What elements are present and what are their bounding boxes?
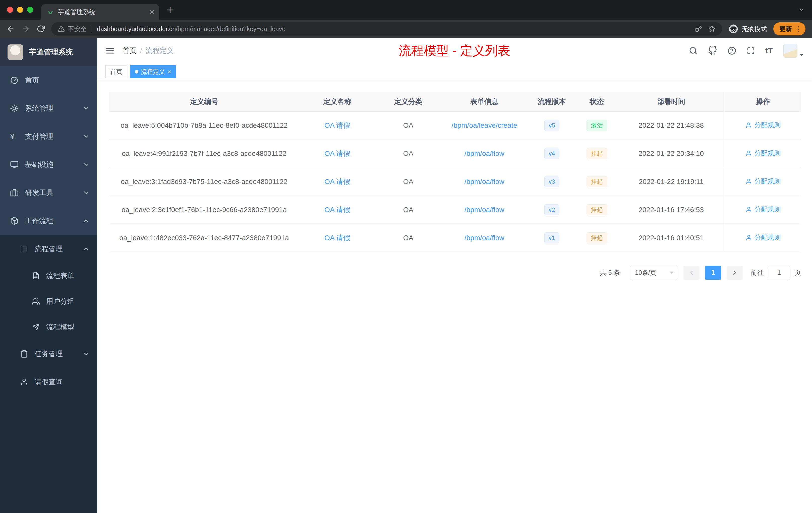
user-icon xyxy=(746,178,752,185)
window-minimize-button[interactable] xyxy=(17,7,23,13)
form-info-link[interactable]: /bpm/oa/flow xyxy=(464,206,504,214)
gear-icon xyxy=(10,104,19,113)
user-avatar[interactable] xyxy=(783,44,804,58)
current-page-button[interactable]: 1 xyxy=(705,266,721,280)
tag-close-icon[interactable]: × xyxy=(168,68,171,75)
definition-name-link[interactable]: OA 请假 xyxy=(324,234,350,242)
assign-rule-link[interactable]: 分配规则 xyxy=(746,233,781,242)
goto-page-group: 前往 页 xyxy=(751,266,801,280)
page-size-select[interactable]: 10条/页 xyxy=(630,266,678,280)
sidebar-item-system[interactable]: 系统管理 xyxy=(0,94,97,122)
sidebar-item-label: 基础设施 xyxy=(25,160,53,170)
sidebar-item-process-management[interactable]: 流程管理 xyxy=(0,235,97,263)
chevron-down-icon xyxy=(83,351,89,357)
clipboard-icon xyxy=(20,350,28,358)
column-header-actions: 操作 xyxy=(725,92,801,112)
sidebar-item-leave-query[interactable]: 请假查询 xyxy=(0,368,97,396)
column-header-status: 状态 xyxy=(576,92,617,112)
sidebar-item-label: 系统管理 xyxy=(25,104,53,113)
browser-tab[interactable]: 芋道管理系统 × xyxy=(41,4,159,20)
definition-name-link[interactable]: OA 请假 xyxy=(324,121,350,129)
definition-name-link[interactable]: OA 请假 xyxy=(324,206,350,214)
sidebar-item-process-models[interactable]: 流程模型 xyxy=(0,314,97,340)
tag-process-definition[interactable]: 流程定义 × xyxy=(130,65,176,78)
chevron-up-icon xyxy=(83,246,89,252)
security-label[interactable]: 不安全 xyxy=(68,25,87,33)
forward-button-icon[interactable] xyxy=(22,25,30,33)
sidebar-item-payment[interactable]: ¥ 支付管理 xyxy=(0,122,97,151)
definition-name-link[interactable]: OA 请假 xyxy=(324,178,350,185)
address-bar[interactable]: 不安全 dashboard.yudao.iocoder.cn /bpm/mana… xyxy=(51,22,722,36)
form-info-link[interactable]: /bpm/oa/flow xyxy=(464,234,504,242)
select-caret-icon xyxy=(670,272,674,274)
column-header-category: 定义分类 xyxy=(375,92,441,112)
security-warning-icon xyxy=(58,25,65,32)
assign-rule-link[interactable]: 分配规则 xyxy=(746,177,781,186)
window-controls xyxy=(7,7,33,13)
url-divider xyxy=(92,25,92,33)
form-info-link[interactable]: /bpm/oa/leave/create xyxy=(452,121,517,129)
table-header-row: 定义编号 定义名称 定义分类 表单信息 流程版本 状态 部署时间 操作 xyxy=(109,92,801,112)
status-badge: 挂起 xyxy=(586,204,607,216)
sidebar-item-label: 研发工具 xyxy=(25,188,53,198)
help-icon[interactable] xyxy=(728,47,736,55)
browser-menu-icon[interactable]: ⋮ xyxy=(794,25,802,33)
assign-rule-link[interactable]: 分配规则 xyxy=(746,205,781,214)
goto-label: 前往 xyxy=(751,268,764,277)
form-info-link[interactable]: /bpm/oa/flow xyxy=(464,150,504,157)
github-icon[interactable] xyxy=(708,46,717,55)
avatar-image xyxy=(783,44,798,58)
status-badge: 挂起 xyxy=(586,148,607,159)
search-icon[interactable] xyxy=(689,47,697,55)
bookmark-star-icon[interactable] xyxy=(708,25,716,33)
app-window: 芋道管理系统 首页 系统管理 ¥ 支付管理 xyxy=(0,38,812,513)
window-close-button[interactable] xyxy=(7,7,13,13)
version-badge: v3 xyxy=(544,176,559,187)
sidebar-item-process-forms[interactable]: 流程表单 xyxy=(0,263,97,289)
form-info-link[interactable]: /bpm/oa/flow xyxy=(464,178,504,185)
url-path: /bpm/manager/definition?key=oa_leave xyxy=(176,25,286,33)
next-page-button[interactable] xyxy=(727,266,743,280)
chevron-down-icon xyxy=(83,161,89,168)
back-button-icon[interactable] xyxy=(6,25,15,33)
definition-id: oa_leave:3:1fad3d93-7b75-11ec-a3c8-acde4… xyxy=(109,168,299,196)
deploy-time: 2022-01-16 01:40:51 xyxy=(618,224,725,252)
sidebar-logo[interactable]: 芋道管理系统 xyxy=(0,38,97,66)
user-icon xyxy=(746,122,752,128)
tab-search-chevron-icon[interactable] xyxy=(798,6,805,13)
column-header-version: 流程版本 xyxy=(527,92,576,112)
sidebar-item-task-management[interactable]: 任务管理 xyxy=(0,340,97,368)
dashboard-icon xyxy=(10,76,19,85)
prev-page-button[interactable] xyxy=(684,266,699,280)
assign-rule-link[interactable]: 分配规则 xyxy=(746,121,781,129)
sidebar-item-infrastructure[interactable]: 基础设施 xyxy=(0,151,97,179)
tag-active-dot xyxy=(135,70,138,73)
font-size-icon[interactable]: tT xyxy=(765,47,773,55)
status-badge: 挂起 xyxy=(586,233,607,244)
window-zoom-button[interactable] xyxy=(27,7,33,13)
definition-name-link[interactable]: OA 请假 xyxy=(324,150,350,157)
password-key-icon[interactable] xyxy=(695,25,702,33)
definition-table: 定义编号 定义名称 定义分类 表单信息 流程版本 状态 部署时间 操作 oa_l xyxy=(109,92,801,252)
browser-update-button[interactable]: 更新 ⋮ xyxy=(773,22,806,35)
sidebar-item-label: 流程管理 xyxy=(35,244,63,254)
reload-button-icon[interactable] xyxy=(37,25,45,33)
goto-page-input[interactable] xyxy=(768,266,790,280)
sidebar-toggle-icon[interactable] xyxy=(106,46,115,56)
sidebar-item-devtools[interactable]: 研发工具 xyxy=(0,179,97,207)
sidebar-item-workflow[interactable]: 工作流程 xyxy=(0,207,97,235)
sidebar-item-home[interactable]: 首页 xyxy=(0,66,97,94)
new-tab-button[interactable]: + xyxy=(167,4,174,16)
assign-rule-link[interactable]: 分配规则 xyxy=(746,149,781,158)
yen-icon: ¥ xyxy=(10,132,19,141)
fullscreen-icon[interactable] xyxy=(747,47,755,55)
breadcrumb-home[interactable]: 首页 xyxy=(122,46,137,56)
user-icon xyxy=(746,234,752,241)
briefcase-icon xyxy=(10,188,19,197)
column-header-name: 定义名称 xyxy=(299,92,375,112)
tab-close-icon[interactable]: × xyxy=(150,7,155,16)
assign-rule-label: 分配规则 xyxy=(754,121,781,129)
tag-home[interactable]: 首页 xyxy=(106,65,127,78)
deploy-time: 2022-01-22 20:34:10 xyxy=(618,140,725,168)
sidebar-item-user-groups[interactable]: 用户分组 xyxy=(0,289,97,314)
